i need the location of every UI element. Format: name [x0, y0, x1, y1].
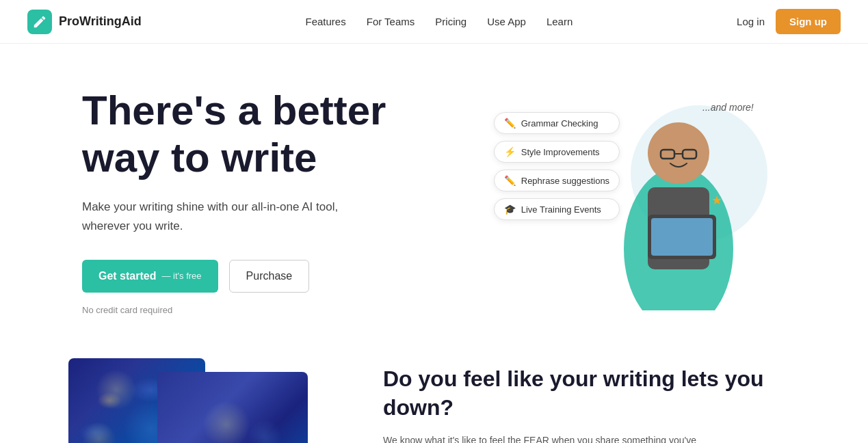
grammar-icon: ✏️: [504, 118, 516, 129]
get-started-button[interactable]: Get started — it's free: [82, 260, 218, 293]
artwork-front: [157, 372, 308, 443]
purchase-button[interactable]: Purchase: [229, 260, 310, 293]
hero-illustration: ✏️ Grammar Checking ⚡ Style Improvements…: [501, 92, 761, 310]
hero-buttons: Get started — it's free Purchase: [82, 260, 448, 293]
artwork-container: My idea in my head: [68, 358, 301, 443]
pill-rephrase: ✏️ Rephrase suggestions: [494, 170, 620, 191]
nav-pricing[interactable]: Pricing: [435, 16, 466, 27]
rephrase-icon: ✏️: [504, 175, 516, 186]
more-label: ...and more!: [702, 102, 754, 113]
hero-title: There's a better way to write: [82, 87, 448, 181]
header: ProWritingAid Features For Teams Pricing…: [0, 0, 868, 44]
svg-rect-7: [651, 218, 713, 256]
login-button[interactable]: Log in: [737, 16, 765, 27]
svg-text:★: ★: [711, 193, 722, 207]
logo[interactable]: ProWritingAid: [27, 10, 142, 34]
section-title: Do you feel like your writing lets you d…: [383, 365, 813, 422]
logo-icon: [27, 10, 52, 34]
second-section: My idea in my head Do you feel like your…: [0, 345, 868, 443]
hero-subtitle: Make your writing shine with our all-in-…: [82, 198, 342, 234]
nav-use-app[interactable]: Use App: [487, 16, 526, 27]
second-left: My idea in my head: [68, 358, 328, 443]
training-icon: 🎓: [504, 204, 516, 215]
hero-left: There's a better way to write Make your …: [82, 87, 448, 314]
hero-section: There's a better way to write Make your …: [0, 44, 868, 345]
pill-style: ⚡ Style Improvements: [494, 141, 620, 163]
style-icon: ⚡: [504, 146, 516, 157]
person-illustration: ★: [610, 112, 747, 310]
section-description: We know what it's like to feel the FEAR …: [383, 433, 698, 443]
main-nav: Features For Teams Pricing Use App Learn: [306, 16, 573, 27]
nav-for-teams[interactable]: For Teams: [367, 16, 415, 27]
feature-pills: ✏️ Grammar Checking ⚡ Style Improvements…: [494, 112, 620, 220]
pill-grammar: ✏️ Grammar Checking: [494, 112, 620, 134]
nav-actions: Log in Sign up: [737, 9, 841, 34]
hero-right: ✏️ Grammar Checking ⚡ Style Improvements…: [448, 85, 814, 317]
nav-features[interactable]: Features: [306, 16, 346, 27]
signup-button[interactable]: Sign up: [776, 9, 841, 34]
nav-learn[interactable]: Learn: [547, 16, 573, 27]
pill-training: 🎓 Live Training Events: [494, 198, 620, 220]
second-right: Do you feel like your writing lets you d…: [383, 358, 813, 443]
no-credit-text: No credit card required: [82, 305, 448, 315]
logo-text: ProWritingAid: [59, 14, 142, 29]
